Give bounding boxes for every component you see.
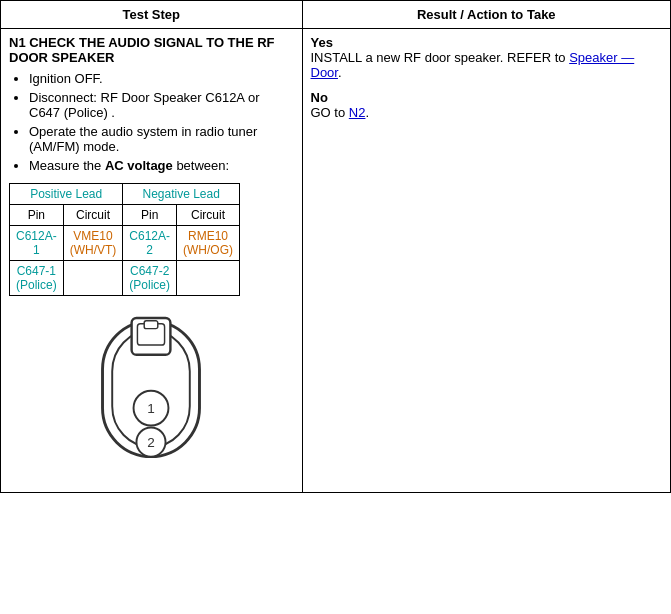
yes-label: Yes — [311, 35, 663, 50]
go-to-text: GO to — [311, 105, 346, 120]
step-2: Disconnect: RF Door Speaker C612A or C64… — [29, 90, 294, 120]
col1-header: Test Step — [1, 1, 303, 29]
connector-svg: 1 2 — [86, 316, 216, 476]
row2-neg-circuit — [177, 261, 240, 296]
result-cell: Yes INSTALL a new RF door speaker. REFER… — [302, 29, 671, 493]
row1-neg-circuit: RME10(WH/OG) — [177, 226, 240, 261]
section-title: N1 CHECK THE AUDIO SIGNAL TO THE RF DOOR… — [9, 35, 294, 65]
positive-lead-header: Positive Lead — [10, 184, 123, 205]
no-period: . — [365, 105, 369, 120]
no-label: No — [311, 90, 663, 105]
step-3: Operate the audio system in radio tuner … — [29, 124, 294, 154]
step-1: Ignition OFF. — [29, 71, 294, 86]
negative-lead-header: Negative Lead — [123, 184, 240, 205]
voltage-table: Positive Lead Negative Lead Pin Circuit … — [9, 183, 240, 296]
row1-neg-pin: C612A-2 — [123, 226, 177, 261]
bold-text: AC voltage — [105, 158, 173, 173]
circuit-col-pos: Circuit — [63, 205, 123, 226]
yes-install-text: INSTALL a new RF door speaker. REFER to — [311, 50, 570, 65]
pin-col-pos: Pin — [10, 205, 64, 226]
no-text: GO to N2. — [311, 105, 663, 120]
n2-link[interactable]: N2 — [349, 105, 366, 120]
result-no-section: No GO to N2. — [311, 90, 663, 120]
row2-pos-pin: C647-1(Police) — [10, 261, 64, 296]
svg-text:1: 1 — [147, 401, 155, 416]
yes-text: INSTALL a new RF door speaker. REFER to … — [311, 50, 663, 80]
row2-neg-pin: C647-2(Police) — [123, 261, 177, 296]
row1-pos-pin: C612A-1 — [10, 226, 64, 261]
svg-text:2: 2 — [147, 435, 155, 450]
result-yes-section: Yes INSTALL a new RF door speaker. REFER… — [311, 35, 663, 80]
row1-pos-circuit: VME10(WH/VT) — [63, 226, 123, 261]
circuit-col-neg: Circuit — [177, 205, 240, 226]
row2-pos-circuit — [63, 261, 123, 296]
svg-rect-4 — [144, 321, 158, 329]
step-list: Ignition OFF. Disconnect: RF Door Speake… — [9, 71, 294, 173]
test-step-cell: N1 CHECK THE AUDIO SIGNAL TO THE RF DOOR… — [1, 29, 303, 493]
pin-col-neg: Pin — [123, 205, 177, 226]
step-4: Measure the AC voltage between: — [29, 158, 294, 173]
yes-period: . — [338, 65, 342, 80]
col2-header: Result / Action to Take — [302, 1, 671, 29]
connector-diagram: 1 2 — [9, 296, 294, 486]
